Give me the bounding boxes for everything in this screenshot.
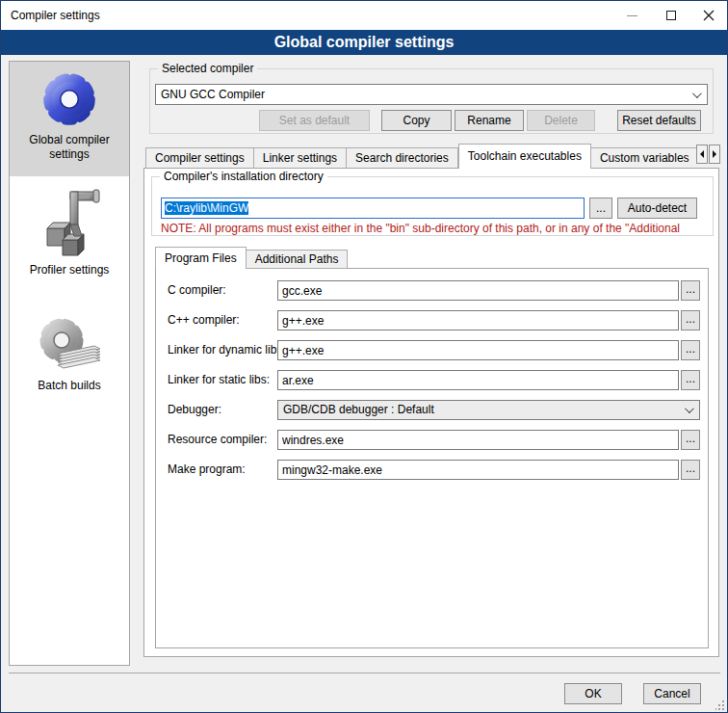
set-as-default-button: Set as default (259, 110, 370, 131)
reset-defaults-button[interactable]: Reset defaults (617, 110, 701, 131)
tab-toolchain-executables[interactable]: Toolchain executables (458, 144, 591, 169)
blue-gear-icon (38, 67, 101, 131)
selected-compiler-group-label: Selected compiler (158, 62, 257, 75)
tab-search-directories[interactable]: Search directories (347, 147, 458, 169)
tab-compiler-settings[interactable]: Compiler settings (145, 147, 254, 169)
footer-separator (9, 673, 720, 673)
close-icon (703, 10, 715, 21)
resource-compiler-browse-button[interactable]: ... (681, 430, 700, 450)
cancel-button[interactable]: Cancel (643, 683, 701, 704)
tab-program-files[interactable]: Program Files (155, 247, 247, 269)
installation-directory-browse-button[interactable]: ... (589, 198, 612, 219)
tab-scroll-right-button[interactable] (709, 145, 720, 164)
bin-subdirectory-note: NOTE: All programs must exist either in … (161, 222, 708, 235)
linker-static-label: Linker for static libs: (168, 370, 270, 390)
close-button[interactable] (692, 1, 725, 30)
linker-static-input[interactable] (277, 370, 679, 390)
window-title: Compiler settings (11, 9, 100, 22)
debugger-select-value: GDB/CDB debugger : Default (283, 403, 434, 416)
make-program-browse-button[interactable]: ... (681, 460, 700, 480)
installation-directory-value: C:\raylib\MinGW (165, 201, 248, 215)
copy-button[interactable]: Copy (381, 110, 452, 131)
sidebar-item-label: Profiler settings (10, 261, 129, 283)
chevron-down-icon (692, 89, 702, 98)
maximize-button[interactable] (655, 1, 688, 30)
tab-scroll-left-button[interactable] (696, 145, 708, 164)
arrow-left-icon (700, 150, 704, 158)
chevron-down-icon (685, 404, 694, 413)
compiler-select-value: GNU GCC Compiler (161, 88, 265, 101)
sidebar-item-label: Global compiler settings (10, 131, 129, 168)
c-compiler-input[interactable] (277, 280, 679, 301)
resource-compiler-label: Resource compiler: (168, 430, 267, 450)
compiler-select[interactable]: GNU GCC Compiler (155, 84, 708, 105)
auto-detect-button[interactable]: Auto-detect (617, 198, 697, 219)
debugger-select[interactable]: GDB/CDB debugger : Default (277, 400, 700, 420)
titlebar: Compiler settings (1, 1, 727, 30)
resize-grip[interactable] (715, 700, 725, 710)
installation-directory-input[interactable]: C:\raylib\MinGW (161, 198, 585, 219)
ok-button[interactable]: OK (564, 683, 622, 704)
caliper-tool-icon (36, 186, 103, 261)
linker-dynamic-browse-button[interactable]: ... (681, 340, 700, 360)
debugger-label: Debugger: (168, 400, 221, 420)
compiler-tabs: Compiler settings Linker settings Search… (145, 144, 696, 169)
make-program-input[interactable] (277, 460, 679, 480)
maximize-icon (666, 11, 676, 20)
gray-gear-stack-icon (33, 309, 106, 377)
arrow-right-icon (713, 150, 716, 158)
cpp-compiler-label: C++ compiler: (168, 310, 240, 330)
sidebar-item-profiler-settings[interactable]: Profiler settings (10, 184, 129, 282)
program-files-tabs: Program Files Additional Paths (155, 247, 348, 269)
tab-linker-settings[interactable]: Linker settings (254, 147, 347, 169)
cpp-compiler-input[interactable] (277, 310, 679, 330)
installation-directory-group-label: Compiler's installation directory (160, 170, 327, 183)
linker-static-browse-button[interactable]: ... (681, 370, 700, 390)
linker-dynamic-label: Linker for dynamic libs: (168, 340, 286, 360)
rename-button[interactable]: Rename (455, 110, 524, 131)
make-program-label: Make program: (168, 460, 246, 480)
linker-dynamic-input[interactable] (277, 340, 679, 360)
tab-custom-variables[interactable]: Custom variables (591, 147, 696, 169)
cpp-compiler-browse-button[interactable]: ... (681, 310, 700, 330)
compiler-settings-dialog: Compiler settings Global compiler settin… (0, 0, 728, 713)
c-compiler-browse-button[interactable]: ... (681, 280, 700, 301)
tab-additional-paths[interactable]: Additional Paths (247, 250, 349, 269)
delete-button: Delete (527, 110, 595, 131)
program-files-panel: C compiler: ... C++ compiler: ... Linker… (155, 268, 709, 648)
settings-category-list: Global compiler settings (9, 61, 130, 666)
minimize-button[interactable] (615, 1, 648, 30)
minimize-icon (627, 15, 637, 16)
dialog-heading: Global compiler settings (1, 30, 727, 55)
resource-compiler-input[interactable] (277, 430, 679, 450)
c-compiler-label: C compiler: (168, 280, 226, 301)
sidebar-item-global-compiler-settings[interactable]: Global compiler settings (10, 62, 129, 176)
sidebar-item-label: Batch builds (10, 377, 129, 399)
sidebar-item-batch-builds[interactable]: Batch builds (10, 307, 129, 404)
